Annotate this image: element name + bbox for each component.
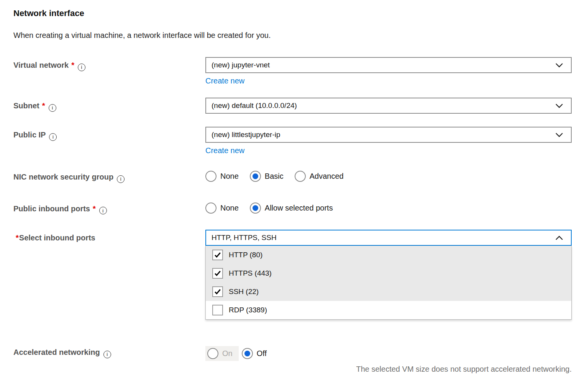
radio-option-label: Off bbox=[257, 349, 267, 358]
radio-option-on: On bbox=[205, 346, 239, 361]
public-ip-value: (new) littlestjupyter-ip bbox=[212, 131, 280, 139]
subnet-select[interactable]: (new) default (10.0.0.0/24) bbox=[205, 98, 572, 114]
subnet-value: (new) default (10.0.0.0/24) bbox=[212, 101, 297, 110]
radio-dot bbox=[253, 205, 258, 211]
radio-unselected-icon[interactable] bbox=[295, 171, 306, 182]
port-option-http-80[interactable]: HTTP (80) bbox=[206, 246, 571, 264]
checkbox-checked-icon[interactable] bbox=[212, 286, 223, 297]
label-text: Accelerated networking bbox=[13, 348, 100, 356]
required-asterisk: * bbox=[71, 61, 74, 69]
accelerated-networking-note: The selected VM size does not support ac… bbox=[205, 365, 572, 374]
field-row-accelerated-networking: Accelerated networking OnOff The selecte… bbox=[13, 344, 572, 374]
port-option-label: HTTP (80) bbox=[229, 251, 262, 259]
info-icon[interactable] bbox=[49, 104, 56, 112]
nic-nsg-radio-group: NoneBasicAdvanced bbox=[205, 169, 572, 182]
radio-option-basic[interactable]: Basic bbox=[250, 171, 284, 182]
public-ip-select[interactable]: (new) littlestjupyter-ip bbox=[205, 127, 572, 143]
radio-option-label: Advanced bbox=[310, 172, 344, 181]
checkbox-checked-icon[interactable] bbox=[212, 250, 223, 260]
radio-selected-icon[interactable] bbox=[242, 348, 253, 359]
select-inbound-ports-combobox[interactable]: HTTP, HTTPS, SSH bbox=[205, 230, 572, 246]
info-icon[interactable] bbox=[78, 64, 85, 71]
port-option-https-443[interactable]: HTTPS (443) bbox=[206, 264, 571, 283]
public-inbound-ports-label: Public inbound ports* bbox=[13, 201, 205, 215]
chevron-up-icon bbox=[555, 235, 563, 240]
section-title: Network interface bbox=[13, 8, 572, 18]
radio-selected-icon[interactable] bbox=[250, 171, 261, 182]
virtual-network-value: (new) jupyter-vnet bbox=[212, 61, 270, 69]
field-row-public-inbound-ports: Public inbound ports* NoneAllow selected… bbox=[13, 201, 572, 215]
network-interface-section: Network interface When creating a virtua… bbox=[0, 0, 587, 374]
public-ip-label: Public IP bbox=[13, 127, 205, 141]
radio-option-label: None bbox=[220, 204, 239, 212]
radio-option-label: None bbox=[220, 172, 239, 181]
radio-unselected-icon bbox=[207, 348, 218, 359]
select-inbound-ports-value: HTTP, HTTPS, SSH bbox=[212, 234, 277, 242]
label-text: NIC network security group bbox=[13, 173, 113, 181]
section-description: When creating a virtual machine, a netwo… bbox=[13, 31, 572, 40]
radio-option-none[interactable]: None bbox=[205, 171, 239, 182]
info-icon[interactable] bbox=[49, 133, 57, 141]
label-text: Virtual network bbox=[13, 61, 69, 69]
radio-dot bbox=[253, 173, 258, 179]
virtual-network-label: Virtual network* bbox=[13, 57, 205, 71]
field-row-subnet: Subnet* (new) default (10.0.0.0/24) bbox=[13, 98, 572, 114]
port-option-rdp-3389[interactable]: RDP (3389) bbox=[206, 301, 571, 319]
accelerated-networking-label: Accelerated networking bbox=[13, 344, 205, 358]
port-option-label: HTTPS (443) bbox=[229, 269, 272, 278]
radio-option-advanced[interactable]: Advanced bbox=[295, 171, 344, 182]
radio-option-off[interactable]: Off bbox=[242, 348, 267, 359]
info-icon[interactable] bbox=[117, 175, 125, 183]
required-asterisk: * bbox=[93, 204, 96, 213]
accelerated-networking-toggle-group: OnOff bbox=[205, 344, 572, 361]
nic-nsg-label: NIC network security group bbox=[13, 169, 205, 183]
virtual-network-select[interactable]: (new) jupyter-vnet bbox=[205, 57, 572, 73]
checkbox-checked-icon[interactable] bbox=[212, 268, 223, 279]
field-row-select-inbound-ports: *Select inbound ports HTTP, HTTPS, SSH H… bbox=[13, 230, 572, 320]
info-icon[interactable] bbox=[99, 207, 107, 214]
chevron-down-icon bbox=[555, 103, 563, 108]
required-asterisk: * bbox=[16, 234, 19, 242]
radio-option-label: On bbox=[222, 349, 233, 358]
port-option-label: SSH (22) bbox=[229, 287, 259, 296]
radio-option-label: Allow selected ports bbox=[265, 204, 333, 212]
create-new-public-ip-link[interactable]: Create new bbox=[205, 146, 244, 155]
create-new-vnet-link[interactable]: Create new bbox=[205, 77, 244, 85]
label-text: Select inbound ports bbox=[19, 234, 95, 242]
inbound-ports-dropdown-panel: HTTP (80)HTTPS (443)SSH (22)RDP (3389) bbox=[205, 246, 572, 320]
radio-option-label: Basic bbox=[265, 172, 284, 181]
label-text: Subnet bbox=[13, 101, 39, 110]
checkbox-unchecked-icon[interactable] bbox=[212, 305, 223, 315]
select-inbound-ports-label: *Select inbound ports bbox=[13, 230, 205, 243]
port-option-ssh-22[interactable]: SSH (22) bbox=[206, 283, 571, 301]
info-icon[interactable] bbox=[103, 351, 111, 358]
radio-selected-icon[interactable] bbox=[250, 203, 261, 214]
subnet-label: Subnet* bbox=[13, 98, 205, 112]
public-inbound-ports-radio-group: NoneAllow selected ports bbox=[205, 201, 572, 214]
field-row-nic-nsg: NIC network security group NoneBasicAdva… bbox=[13, 169, 572, 183]
chevron-down-icon bbox=[555, 132, 563, 137]
port-option-label: RDP (3389) bbox=[229, 306, 267, 314]
radio-unselected-icon[interactable] bbox=[205, 171, 216, 182]
label-text: Public inbound ports bbox=[13, 204, 90, 213]
field-row-virtual-network: Virtual network* (new) jupyter-vnet Crea… bbox=[13, 57, 572, 85]
radio-dot bbox=[244, 351, 250, 356]
radio-option-none[interactable]: None bbox=[205, 203, 239, 214]
required-asterisk: * bbox=[42, 101, 45, 110]
radio-unselected-icon[interactable] bbox=[205, 203, 216, 214]
radio-option-allow-selected-ports[interactable]: Allow selected ports bbox=[250, 203, 333, 214]
chevron-down-icon bbox=[555, 63, 563, 68]
field-row-public-ip: Public IP (new) littlestjupyter-ip Creat… bbox=[13, 127, 572, 155]
label-text: Public IP bbox=[13, 131, 46, 139]
